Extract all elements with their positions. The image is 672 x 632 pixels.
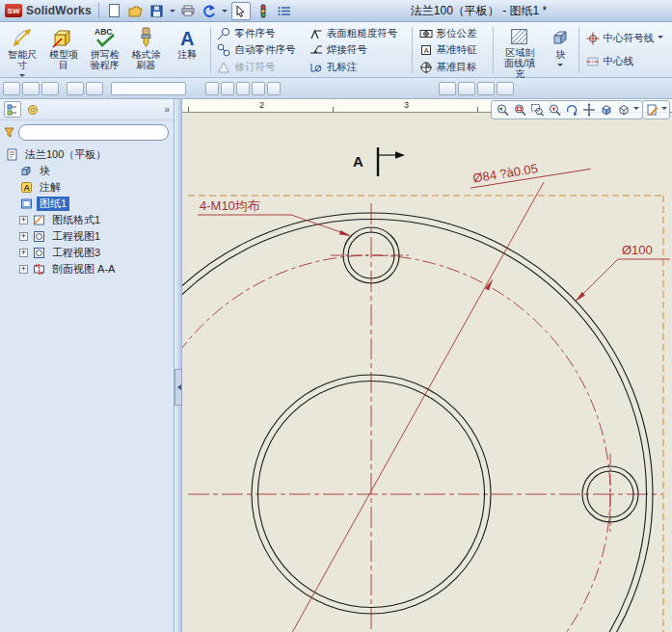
panel-overflow-chevron[interactable]: » [164, 104, 170, 115]
toolbar-tab[interactable] [22, 82, 40, 95]
sheet-tools-caret[interactable] [661, 107, 667, 113]
drawing-canvas[interactable]: Ø84 ?à0.05 Ø100 4-M10均布 [182, 99, 672, 632]
zoom-area-button[interactable] [529, 102, 545, 118]
tree-item-label: 块 [37, 164, 53, 178]
block-caret[interactable] [557, 64, 563, 69]
edit-sheet-format-button[interactable] [645, 102, 660, 118]
zoom-fit-button[interactable] [512, 102, 527, 118]
revision-symbol-icon [217, 61, 230, 74]
auto-balloon-button[interactable]: 自动零件序号 [214, 42, 302, 58]
tree-item-sheet1[interactable]: 图纸1 [0, 196, 174, 212]
weld-symbol-icon [309, 43, 323, 57]
area-hatch-button[interactable]: 区域剖 面线/填 充 [496, 23, 544, 77]
tab-property-manager[interactable] [25, 102, 40, 117]
tree-item-drawing-view3[interactable]: + 工程视图3 [0, 245, 174, 261]
zoom-previous-button[interactable] [495, 102, 510, 118]
new-document-button[interactable] [106, 3, 123, 19]
toolbar-tab-active[interactable] [111, 82, 186, 95]
expand-toggle[interactable]: + [19, 216, 28, 224]
toolbar-tab[interactable] [267, 82, 281, 95]
datum-feature-button[interactable]: A 基准特征 [417, 42, 490, 58]
toolbar-tab[interactable] [458, 82, 475, 95]
display-style-button[interactable] [616, 102, 632, 118]
dimension-bolt-circle[interactable]: Ø84 ?à0.05 [248, 153, 591, 632]
weld-symbol-button[interactable]: 焊接符号 [307, 42, 408, 58]
view-toolbar-caret[interactable] [633, 107, 639, 113]
hole-callout-icon [309, 61, 323, 74]
toolbar-tab[interactable] [41, 82, 59, 95]
dim-text-84[interactable]: Ø84 ?à0.05 [471, 161, 538, 185]
select-cursor-icon [235, 5, 246, 17]
format-painter-button[interactable]: 格式涂 刷器 [125, 23, 167, 77]
centerlines[interactable] [182, 203, 662, 632]
hole-callout-button[interactable]: 孔标注 [307, 60, 408, 75]
filter-funnel-icon[interactable] [4, 127, 14, 138]
surface-finish-icon [309, 27, 323, 40]
spell-checker-button[interactable]: ABC 拼写检 验程序 [84, 23, 125, 77]
zoom-in-out-button[interactable] [547, 102, 562, 118]
centerline-button[interactable]: 中心线 [583, 54, 669, 69]
toolbar-tab[interactable] [497, 82, 514, 95]
block-button[interactable]: 块 [545, 23, 577, 77]
tree-item-drawing-view1[interactable]: + 工程视图1 [0, 228, 174, 245]
expand-toggle[interactable]: + [19, 232, 28, 241]
section-arrow[interactable]: A [353, 147, 405, 176]
tree-filter-input[interactable] [18, 124, 169, 141]
toolbar-tab[interactable] [221, 82, 234, 95]
revision-symbol-button[interactable]: 修订符号 [214, 60, 302, 75]
expand-toggle[interactable]: + [19, 249, 28, 257]
view-orientation-button[interactable] [599, 102, 614, 118]
pan-button[interactable] [581, 102, 597, 118]
undo-button[interactable] [201, 3, 218, 19]
toolbar-tab[interactable] [236, 82, 250, 95]
tree-item-annotations[interactable]: A 注解 [0, 179, 174, 196]
toolbar-tab[interactable] [477, 82, 495, 95]
dim-text-100[interactable]: Ø100 [622, 243, 653, 257]
center-mark-caret[interactable] [658, 36, 663, 41]
expand-toggle[interactable]: + [19, 265, 28, 274]
tree-item-document-root[interactable]: 法兰100（平板） [0, 146, 174, 163]
drawing-doc-icon [5, 148, 18, 162]
undo-dropdown-caret[interactable] [222, 10, 228, 15]
tree-item-sheet-format1[interactable]: + 图纸格式1 [0, 212, 174, 228]
print-button[interactable] [179, 3, 197, 19]
model-items-button[interactable]: 模型项 目 [43, 23, 85, 77]
smart-dimension-caret[interactable] [19, 74, 25, 80]
datum-target-button[interactable]: 基准目标 [417, 60, 490, 75]
toolbar-tab[interactable] [86, 82, 103, 95]
sheet-border[interactable] [188, 196, 663, 632]
rotate-view-button[interactable] [564, 102, 579, 118]
panel-collapse-button[interactable] [175, 369, 182, 406]
toolbar-tab[interactable] [439, 82, 456, 95]
outer-circle [182, 213, 653, 632]
select-tool-button[interactable] [231, 2, 251, 20]
flange-geometry[interactable] [182, 213, 653, 632]
button-label: 中心线 [604, 55, 634, 68]
hole-note-text[interactable]: 4-M10均布 [200, 198, 260, 213]
tree-item-section-view-aa[interactable]: + 剖面视图 A-A [0, 261, 174, 277]
rebuild-indicator-button[interactable] [255, 3, 272, 19]
button-label: 块 [555, 49, 565, 60]
surface-finish-button[interactable]: 表面粗糙度符号 [307, 26, 408, 41]
panel-splitter[interactable] [175, 99, 182, 632]
dimension-outer[interactable]: Ø100 [576, 243, 670, 302]
ribbon-separator [412, 27, 413, 73]
save-dropdown-caret[interactable] [170, 10, 175, 15]
tab-feature-manager[interactable] [4, 101, 21, 118]
center-mark-button[interactable]: 中心符号线 [583, 31, 669, 46]
drawing-sheet[interactable]: Ø84 ?à0.05 Ø100 4-M10均布 [182, 99, 672, 632]
command-list-button[interactable] [276, 3, 293, 19]
tree-item-blocks[interactable]: 块 [0, 163, 174, 179]
balloon-button[interactable]: 零件序号 [214, 26, 302, 41]
toolbar-tab[interactable] [252, 82, 265, 95]
save-button[interactable] [148, 3, 166, 19]
open-button[interactable] [127, 3, 145, 19]
geometric-tolerance-button[interactable]: 形位公差 [417, 26, 490, 41]
toolbar-tab[interactable] [67, 82, 84, 95]
toolbar-tab[interactable] [205, 82, 219, 95]
toolbar-tab[interactable] [3, 82, 20, 95]
section-label: A [353, 153, 363, 170]
smart-dimension-button[interactable]: 智能尺 寸 [2, 23, 43, 77]
title-bar: SW SolidWorks 法兰100（平板） - 图纸1 * [0, 0, 672, 22]
note-button[interactable]: A 注释 [167, 23, 208, 77]
